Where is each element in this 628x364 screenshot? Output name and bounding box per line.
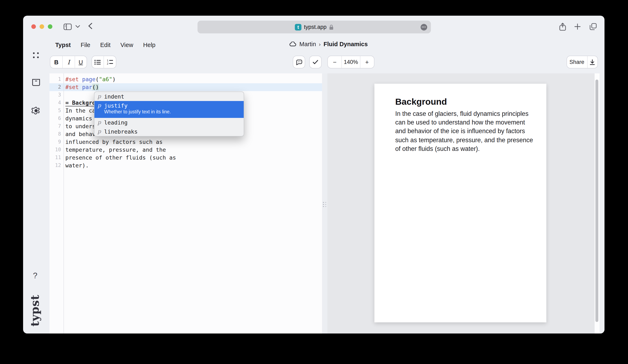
line-number: 8 [50,130,61,138]
parameter-icon: p [97,127,104,136]
autocomplete-label: linebreaks [104,127,138,136]
line-number: 3 [50,91,61,99]
chevron-down-icon[interactable] [76,25,80,28]
menu-item-view[interactable]: View [120,42,133,48]
back-button-icon[interactable] [88,23,92,29]
new-tab-icon[interactable] [574,23,581,30]
zoom-in-button[interactable]: + [360,56,374,68]
code-line[interactable]: temperature, pressure, and the [65,146,176,154]
app-menubar: TypstFileEditViewHelp [55,42,156,48]
autocomplete-item-leading[interactable]: pleading [94,118,243,127]
text-format-group: B I U [50,56,87,69]
line-number: 7 [50,122,61,130]
breadcrumb-separator: › [319,41,321,47]
underline-button[interactable]: U [75,56,86,68]
code-line[interactable]: #set par() [65,83,176,91]
bullet-list-button[interactable] [92,56,104,68]
settings-gear-icon[interactable] [31,106,41,115]
code-line[interactable]: presence of other fluids (such as [65,154,176,162]
line-number: 6 [50,115,61,122]
breadcrumb-owner[interactable]: Martin [299,41,316,47]
numbered-list-button[interactable]: 1 2 [104,56,116,68]
comment-icon [296,59,302,65]
zoom-control-group: − 140% + [327,56,374,69]
breadcrumb-doc-title: Fluid Dynamics [323,41,368,47]
line-number: 2 [50,83,61,91]
gutter-divider [63,73,64,334]
download-button[interactable] [587,56,598,68]
line-number-gutter: 123456789101112 [50,75,61,169]
preview-pane: Background In the case of glaciers, flui… [327,73,594,334]
page-settings-icon[interactable]: ••• [421,24,427,30]
svg-text:2: 2 [107,62,108,65]
divider-handle-dot [323,206,324,207]
pane-resize-divider[interactable] [322,73,327,334]
autocomplete-description: Whether to justify text in its line. [104,109,171,115]
url-text: typst.app [304,24,326,30]
menu-item-typst[interactable]: Typst [55,42,71,48]
divider-handle-dot [325,206,326,207]
lock-icon [329,24,334,30]
zoom-level-value[interactable]: 140% [342,56,360,68]
line-number: 10 [50,146,61,154]
minimize-window-button[interactable] [40,24,44,29]
files-tray-icon[interactable] [32,79,40,86]
checkmark-icon [313,60,318,64]
site-favicon: t [295,24,302,30]
page-paragraph: In the case of glaciers, fluid dynamics … [395,109,534,153]
bullet-list-icon [95,60,101,65]
menu-item-help[interactable]: Help [143,42,156,48]
list-format-group: 1 2 [91,56,116,69]
zoom-window-button[interactable] [48,24,52,29]
comment-button[interactable] [293,56,305,69]
line-number: 5 [50,107,61,115]
line-number: 12 [50,162,61,169]
parameter-icon: p [97,101,104,110]
typst-logo: typst [28,294,43,326]
line-number: 11 [50,154,61,162]
close-window-button[interactable] [31,24,36,29]
cloud-icon [289,42,297,47]
line-number: 1 [50,75,61,83]
code-editor[interactable]: 123456789101112 #set page("a6")#set par(… [50,73,322,334]
zoom-out-button[interactable]: − [328,56,342,68]
right-edge-strip [600,73,605,334]
italic-button[interactable]: I [63,56,75,68]
breadcrumb: Martin › Fluid Dynamics [289,41,368,47]
parameter-icon: p [97,118,104,127]
autocomplete-item-justify[interactable]: pjustifyWhether to justify text in its l… [94,101,243,118]
autocomplete-label: indent [104,92,124,101]
browser-titlebar: t typst.app ••• [23,16,605,36]
autocomplete-item-indent[interactable]: pindent [94,92,243,101]
svg-text:1: 1 [107,59,108,62]
line-number: 4 [50,99,61,107]
code-line[interactable]: #set page("a6") [65,75,176,83]
divider-handle-dot [325,204,326,205]
preview-scrollbar-thumb[interactable] [595,79,598,322]
share-button[interactable]: Share [567,56,587,68]
divider-handle-dot [325,202,326,203]
menu-item-file[interactable]: File [80,42,90,48]
divider-handle-dot [323,202,324,203]
rendered-page: Background In the case of glaciers, flui… [374,83,546,322]
help-icon[interactable]: ? [33,271,37,280]
autocomplete-item-linebreaks[interactable]: plinebreaks [94,127,243,136]
sidebar-toggle-icon[interactable] [64,23,72,30]
screen-background: t typst.app ••• [0,0,628,364]
autocomplete-label: leading [104,118,128,127]
tab-overview-icon[interactable] [590,23,597,30]
url-bar[interactable]: t typst.app ••• [198,21,431,33]
compile-ok-button[interactable] [309,56,322,69]
download-icon [590,59,595,65]
autocomplete-popup: pindentpjustifyWhether to justify text i… [94,91,244,137]
preview-scrollbar-track[interactable] [594,73,600,334]
divider-handle-dot [323,204,324,205]
page-heading: Background [395,97,447,107]
code-line[interactable]: water). [65,162,176,169]
browser-window: t typst.app ••• [23,16,605,334]
menu-item-edit[interactable]: Edit [100,42,110,48]
code-line[interactable]: influenced by factors such as [65,138,176,146]
bold-button[interactable]: B [50,56,63,68]
app-grid-icon[interactable] [33,52,39,59]
browser-share-icon[interactable] [559,23,566,31]
